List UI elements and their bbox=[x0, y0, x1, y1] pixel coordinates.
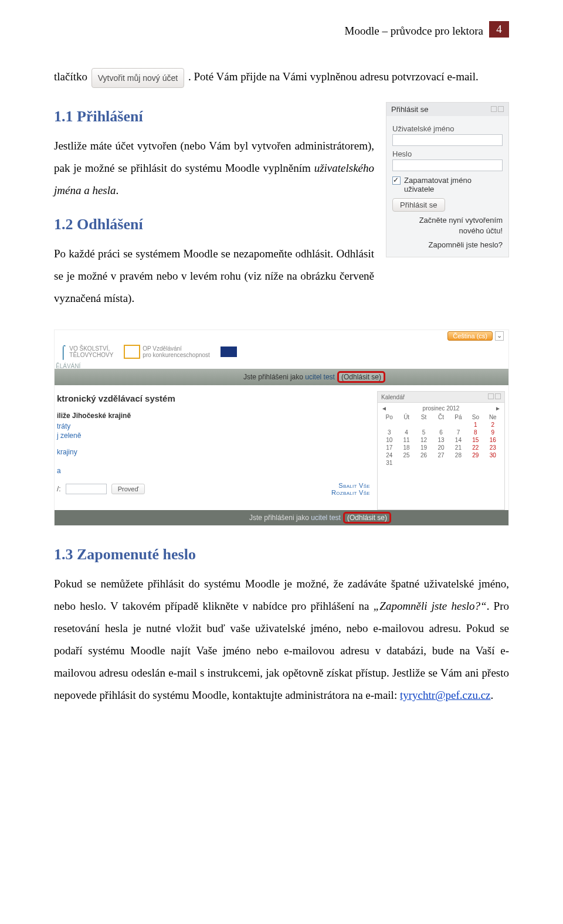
window-controls bbox=[490, 105, 504, 114]
page-number: 4 bbox=[489, 21, 509, 38]
sec12-paragraph: Po každé práci se systémem Moodle se nez… bbox=[54, 243, 374, 310]
title-fragment: ĚLÁVÁNÍ bbox=[55, 363, 508, 369]
course-link[interactable]: a bbox=[57, 467, 374, 475]
language-button[interactable]: Čeština (cs) bbox=[447, 331, 493, 341]
loggedin-text-bottom: Jste přihlášeni jako bbox=[249, 514, 311, 522]
sec13-em: „Zapomněli jste heslo?“ bbox=[374, 600, 487, 612]
system-title: ktronický vzdělávací systém bbox=[57, 393, 374, 403]
logout-link-top[interactable]: (Odhlásit se) bbox=[337, 371, 385, 383]
heading-1-1: 1.1 Přihlášení bbox=[54, 108, 374, 125]
logo-row: ⌠ VO ŠKOLSTVÍ, TĚLOVÝCHOVY OP Vzdělávání… bbox=[55, 342, 508, 363]
sec11-end: . bbox=[116, 184, 119, 196]
calendar-title: Kalendář bbox=[381, 394, 405, 400]
course-section: iliže Jihočeské krajině bbox=[57, 412, 374, 420]
login-title-text: Přihlásit se bbox=[391, 105, 429, 114]
cal-prev[interactable]: ◄ bbox=[381, 405, 387, 412]
eu-stars bbox=[221, 346, 237, 357]
login-submit-button[interactable]: Přihlásit se bbox=[392, 198, 445, 212]
calendar-grid: PoÚtStČtPáSoNe 12 3456789 10111213141516… bbox=[381, 414, 501, 466]
loggedin-user-link-bottom[interactable]: ucitel test bbox=[311, 514, 341, 522]
login-block-title: Přihlásit se bbox=[386, 103, 508, 116]
course-link[interactable]: j zeleně bbox=[57, 432, 374, 440]
heading-1-2: 1.2 Odhlášení bbox=[54, 216, 374, 233]
search-prefix: /: bbox=[57, 485, 61, 493]
login-block: Přihlásit se Uživatelské jméno Heslo Zap… bbox=[386, 102, 509, 257]
loggedin-user-link[interactable]: ucitel test bbox=[305, 373, 335, 381]
course-link[interactable]: krajiny bbox=[57, 448, 374, 456]
cal-month: prosinec 2012 bbox=[423, 405, 460, 412]
eu-logo: OP Vzdělávání pro konkurenceschopnost bbox=[124, 345, 210, 359]
calendar-block: Kalendář ◄ prosinec 2012 ► PoÚtStČtPáSoN… bbox=[377, 391, 505, 510]
calendar-controls bbox=[487, 393, 501, 400]
section-1-1-row: 1.1 Přihlášení Jestliže máte účet vytvoř… bbox=[54, 102, 509, 324]
remember-checkbox[interactable] bbox=[392, 176, 401, 185]
intro-paragraph: tlačítko Vytvořit můj nový účet . Poté V… bbox=[54, 66, 509, 88]
heading-1-3: 1.3 Zapomenuté heslo bbox=[54, 546, 509, 563]
remember-label: Zapamatovat jméno uživatele bbox=[404, 176, 503, 193]
password-label: Heslo bbox=[392, 150, 503, 158]
lang-bar: Čeština (cs) ⌄ bbox=[55, 330, 508, 342]
collapse-all-link[interactable]: Sbalit Vše bbox=[331, 482, 370, 489]
intro-suffix: . Poté Vám přijde na Vámi vyplněnou adre… bbox=[188, 70, 479, 83]
execute-button[interactable]: Proveď bbox=[111, 484, 145, 494]
document-page: Moodle – průvodce pro lektora 4 tlačítko… bbox=[0, 0, 563, 756]
ministry-logo: ⌠ VO ŠKOLSTVÍ, TĚLOVÝCHOVY bbox=[59, 344, 113, 359]
admin-email-link[interactable]: tyrychtr@pef.czu.cz bbox=[400, 689, 491, 701]
language-select[interactable]: ⌄ bbox=[495, 331, 504, 341]
running-header: Moodle – průvodce pro lektora 4 bbox=[54, 21, 509, 38]
course-link[interactable]: tráty bbox=[57, 422, 374, 430]
mid-content: ktronický vzdělávací systém iliže Jihoče… bbox=[55, 385, 508, 510]
loggedin-text: Jste přihlášeni jako bbox=[243, 373, 305, 381]
sec11-paragraph: Jestliže máte účet vytvořen (nebo Vám by… bbox=[54, 135, 374, 202]
sec13-t2: . Pro resetování hesla je nutné vložit b… bbox=[54, 600, 509, 701]
dock-icon bbox=[498, 106, 504, 112]
logout-figure: Čeština (cs) ⌄ ⌠ VO ŠKOLSTVÍ, TĚLOVÝCHOV… bbox=[54, 329, 509, 526]
search-input[interactable] bbox=[66, 484, 107, 494]
login-aux-forgot[interactable]: Zapomněli jste heslo? bbox=[392, 240, 503, 250]
logout-link-bottom[interactable]: (Odhlásit se) bbox=[343, 512, 391, 524]
minimize-icon bbox=[491, 106, 497, 112]
username-input[interactable] bbox=[392, 134, 503, 146]
login-aux-create[interactable]: Začněte nyní vytvořením nového účtu! bbox=[392, 215, 503, 236]
username-label: Uživatelské jméno bbox=[392, 124, 503, 133]
create-account-button-img: Vytvořit můj nový účet bbox=[91, 68, 184, 88]
sec13-t3: . bbox=[491, 689, 494, 701]
top-user-bar: Jste přihlášeni jako ucitel test (Odhlás… bbox=[55, 369, 508, 385]
cal-next[interactable]: ► bbox=[495, 405, 501, 412]
intro-prefix: tlačítko bbox=[54, 70, 90, 83]
bottom-user-bar: Jste přihlášeni jako ucitel test (Odhlás… bbox=[55, 510, 508, 525]
sec13-paragraph: Pokud se nemůžete přihlásit do systému M… bbox=[54, 573, 509, 706]
header-text: Moodle – průvodce pro lektora bbox=[345, 21, 489, 38]
password-input[interactable] bbox=[392, 159, 503, 171]
expand-all-link[interactable]: Rozbalit Vše bbox=[331, 489, 370, 496]
